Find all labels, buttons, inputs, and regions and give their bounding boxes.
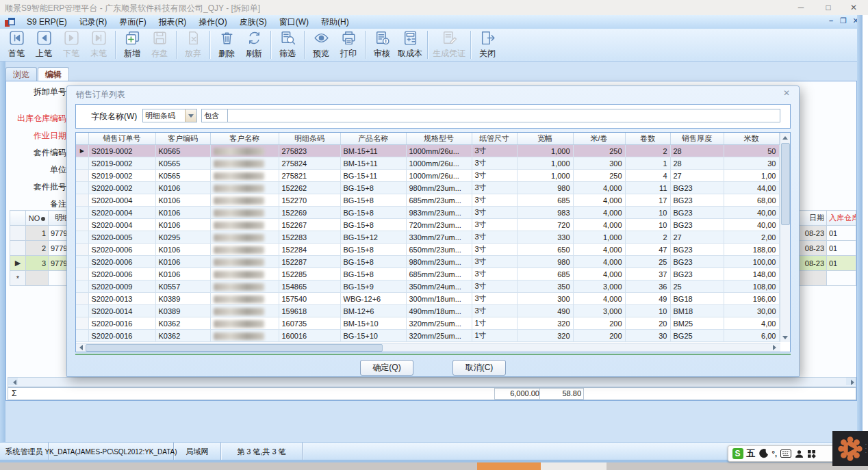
maximize-button[interactable]: □ [818, 1, 839, 14]
scroll-left-arrow[interactable] [76, 343, 86, 351]
detail-row[interactable]: ▶397792 [10, 256, 68, 271]
tab-edit[interactable]: 编辑 [38, 67, 69, 81]
toolbar-nav-first-button[interactable]: 首笔 [3, 29, 30, 61]
cell [210, 244, 279, 256]
toolbar-nav-prev-button[interactable]: 上笔 [30, 29, 58, 61]
grid-header-7[interactable]: 纸管尺寸 [472, 133, 517, 145]
sales-order-row[interactable]: S2020-0009K0557154865BG-15+9350mm/24um..… [76, 280, 779, 293]
cell: 275824 [279, 157, 340, 170]
sales-order-row[interactable]: S2020-0004K0106152270BG-15+8685mm/23um..… [76, 194, 779, 207]
blurred-customer-name [214, 320, 264, 328]
hscroll-thumb[interactable] [86, 344, 383, 352]
dialog-close-icon[interactable]: ✕ [781, 88, 792, 98]
grid-header-2[interactable]: 客户编码 [155, 133, 210, 145]
scroll-left-arrow[interactable] [8, 378, 18, 385]
menu-item-2[interactable]: 界面(F) [113, 15, 152, 29]
detail-row[interactable]: 197792 [10, 226, 68, 241]
field-name-select[interactable]: 明细条码 [142, 109, 197, 122]
sales-order-row[interactable]: S2020-0004K0106152267BG-15+8720mm/23um..… [76, 219, 779, 231]
cell: 4,000 [573, 182, 625, 194]
grid-header-5[interactable]: 产品名称 [340, 133, 406, 145]
toolbar-filter-button[interactable]: 筛选 [274, 29, 301, 61]
mdi-restore-button[interactable]: ❐ [838, 16, 849, 25]
scroll-up-arrow[interactable] [780, 133, 790, 142]
grid-header-11[interactable]: 销售厚度 [670, 133, 724, 145]
grid-header-0[interactable] [76, 133, 88, 145]
menu-item-5[interactable]: 皮肤(S) [233, 15, 273, 29]
punctuation-icon[interactable]: °, [772, 449, 777, 458]
sales-order-row[interactable]: S2020-0006K0106152287BG-15+8980mm/23um..… [76, 256, 779, 268]
blurred-customer-name [214, 234, 264, 241]
detail-row[interactable]: 297792 [10, 241, 68, 256]
cell: 6,00 [724, 330, 779, 342]
grid-header-10[interactable]: 卷数 [625, 133, 670, 145]
row-marker [10, 241, 26, 256]
menu-item-6[interactable]: 窗口(W) [273, 15, 315, 29]
sales-order-row[interactable]: S2020-0004K0106152269BG-15+8983mm/23um..… [76, 207, 779, 219]
toolbar-delete-button[interactable]: 删除 [213, 29, 240, 61]
sales-order-row[interactable]: S2020-0013K0389157540WBG-12+6300mm/18um.… [76, 293, 779, 305]
toolbar-cost-button[interactable]: 取成本 [396, 29, 424, 61]
toolbar-closeic-button[interactable]: 关闭 [474, 29, 501, 61]
sales-order-row[interactable]: S2019-0002K0565275824BM-15+111000mm/26u.… [76, 157, 779, 170]
menu-item-0[interactable]: S9 ERP(E) [21, 15, 73, 29]
menu-item-7[interactable]: 帮助(H) [315, 15, 355, 29]
sales-order-row[interactable]: S2020-0016K0362160016BG-15+10320mm/25um.… [76, 330, 779, 342]
grid-header-3[interactable]: 客户名称 [210, 133, 279, 145]
grid-header-4[interactable]: 明细条码 [279, 133, 340, 145]
sogou-ime-icon[interactable]: S [732, 448, 743, 459]
menu-item-4[interactable]: 操作(O) [192, 15, 233, 29]
main-hscrollbar[interactable] [8, 377, 856, 387]
sales-order-row[interactable]: ▶S2019-0002K0565275823BM-15+111000mm/26u… [76, 145, 779, 157]
toolbar-refresh-button[interactable]: 刷新 [240, 29, 268, 61]
sales-order-row[interactable]: S2020-0016K0362160735BM-15+10320mm/25um.… [76, 317, 779, 330]
sales-order-row[interactable]: S2019-0002K0565275821BG-15+111000mm/26u.… [76, 170, 779, 182]
grid-header-6[interactable]: 规格型号 [406, 133, 472, 145]
cell: 157540 [279, 293, 340, 305]
cell: S2020-0005 [88, 231, 155, 244]
new-row[interactable]: * [10, 271, 68, 286]
sales-order-row[interactable]: S2020-0005K0295152283BG-15+12330mm/27um.… [76, 231, 779, 244]
toolbox-icon[interactable] [807, 449, 816, 458]
user-icon[interactable] [795, 449, 804, 458]
toolbar-audit-button[interactable]: 审核 [368, 29, 396, 61]
sales-order-row[interactable]: S2020-0002K0106152262BG-15+8980mm/23um..… [76, 182, 779, 194]
search-input[interactable] [227, 109, 780, 122]
toolbar-add-button[interactable]: 新增 [118, 29, 146, 61]
toolbar-print-button[interactable]: 打印 [335, 29, 362, 61]
grid-vscrollbar[interactable] [780, 133, 790, 342]
vscroll-thumb[interactable] [781, 143, 790, 225]
sales-order-row[interactable]: S2020-0006K0106152285BG-15+8685mm/23um..… [76, 268, 779, 280]
menu-item-1[interactable]: 记录(R) [73, 15, 114, 29]
menu-item-3[interactable]: 报表(R) [153, 15, 193, 29]
toolbar-save-button: 存盘 [146, 29, 173, 61]
scroll-right-arrow[interactable] [846, 378, 856, 385]
keyboard-icon[interactable] [780, 449, 791, 458]
media-player-tray-icon[interactable]: ∙∙∙ [832, 431, 868, 466]
blurred-customer-name [214, 185, 264, 192]
scroll-down-arrow[interactable] [780, 332, 790, 342]
grid-hscrollbar[interactable] [76, 343, 780, 352]
cancel-button[interactable]: 取消(C) [452, 360, 506, 376]
sales-order-row[interactable]: S2020-0006K0106152284BG-15+8650mm/23um..… [76, 244, 779, 256]
tab-browse[interactable]: 浏览 [5, 67, 37, 81]
cell: 1,000 [573, 231, 625, 244]
nav-prev-icon [36, 29, 53, 49]
halfmoon-icon[interactable] [759, 449, 769, 458]
chevron-down-icon[interactable] [185, 109, 196, 122]
cell: 196,00 [724, 293, 779, 305]
minimize-button[interactable]: ─ [791, 1, 811, 14]
wubi-mode-icon[interactable]: 五 [747, 447, 756, 460]
toolbar-preview-button[interactable]: 预览 [307, 29, 335, 61]
close-button[interactable]: ✕ [843, 1, 864, 14]
sales-order-row[interactable]: S2020-0014K0389159618BM-12+6490mm/18um..… [76, 305, 779, 317]
cell: S2020-0016 [88, 330, 155, 342]
grid-header-12[interactable]: 米数 [724, 133, 779, 145]
cell: 720 [517, 219, 573, 231]
grid-header-1[interactable]: 销售订单号 [88, 133, 155, 145]
mdi-minimize-button[interactable]: – [826, 16, 837, 25]
scroll-right-arrow[interactable] [769, 343, 779, 351]
ok-button[interactable]: 确定(Q) [360, 360, 413, 376]
grid-header-8[interactable]: 宽幅 [517, 133, 573, 145]
grid-header-9[interactable]: 米/卷 [573, 133, 625, 145]
